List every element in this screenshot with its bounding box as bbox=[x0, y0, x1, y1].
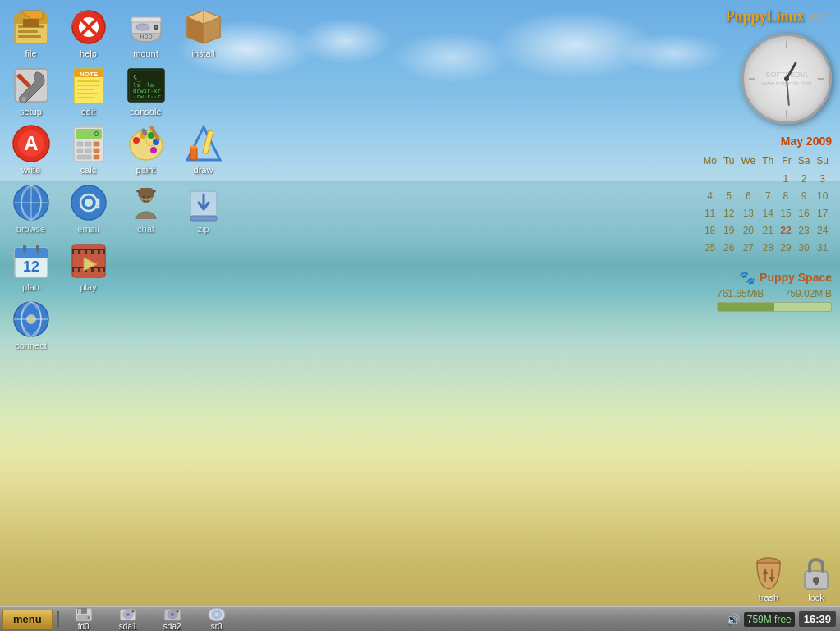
icon-zip-label: zip bbox=[197, 224, 209, 235]
svg-rect-87 bbox=[23, 245, 26, 253]
puppy-space-sizes: 761.65MiB 759.02MiB bbox=[717, 288, 832, 299]
svg-point-80 bbox=[142, 195, 145, 198]
icon-plan[interactable]: 12 plan bbox=[4, 238, 57, 296]
menu-button[interactable]: menu bbox=[2, 610, 53, 629]
icon-help[interactable]: help bbox=[62, 4, 115, 62]
icon-write[interactable]: A write bbox=[4, 121, 57, 179]
svg-rect-79 bbox=[140, 188, 153, 194]
icon-trash[interactable]: trash bbox=[749, 553, 788, 602]
calendar-cell: 26 bbox=[720, 240, 738, 257]
svg-text:NOTE: NOTE bbox=[79, 71, 98, 78]
drive-fd0-label: fd0 bbox=[78, 622, 90, 631]
svg-rect-30 bbox=[77, 89, 94, 90]
svg-rect-94 bbox=[80, 250, 85, 254]
drive-sda1-label: sda1 bbox=[119, 622, 137, 631]
icon-setup[interactable]: setup bbox=[4, 62, 57, 121]
svg-rect-48 bbox=[77, 149, 83, 153]
icon-browse[interactable]: browse bbox=[4, 180, 57, 238]
calendar-cell: 11 bbox=[700, 205, 720, 222]
calendar-cell: 30 bbox=[795, 240, 814, 257]
svg-rect-122 bbox=[78, 609, 81, 614]
icon-draw[interactable]: draw bbox=[177, 121, 230, 179]
icon-mount[interactable]: HDD mount bbox=[119, 4, 172, 62]
icon-console[interactable]: $_ ls -la drwxr-xr -rw-r--r console bbox=[119, 62, 172, 121]
sound-icon[interactable]: 🔊 bbox=[726, 613, 740, 626]
icon-edit-label: edit bbox=[81, 107, 96, 117]
icon-install[interactable]: install bbox=[177, 4, 230, 62]
icon-play[interactable]: play bbox=[62, 238, 115, 296]
icon-calc[interactable]: 0 calc bbox=[62, 121, 115, 179]
svg-rect-49 bbox=[85, 149, 91, 153]
puppy-space-title: 🐾 Puppy Space bbox=[717, 270, 832, 286]
clock: SOFTPEDIAwww.softpedia.com bbox=[741, 34, 832, 124]
icon-file-label: file bbox=[25, 48, 36, 59]
right-panel: PuppyLinux 4.2.1 bbox=[700, 8, 832, 312]
taskbar-drive-sda2[interactable]: sda2 bbox=[152, 607, 193, 631]
svg-rect-88 bbox=[36, 245, 39, 253]
icon-email[interactable]: email bbox=[62, 180, 115, 238]
svg-rect-29 bbox=[77, 85, 100, 86]
svg-rect-98 bbox=[74, 268, 78, 272]
taskbar: menu fd0 bbox=[0, 606, 840, 631]
puppy-space: 🐾 Puppy Space 761.65MiB 759.02MiB bbox=[717, 270, 832, 312]
svg-text:A: A bbox=[24, 132, 38, 154]
icon-setup-label: setup bbox=[20, 107, 42, 117]
calendar-cell: 18 bbox=[700, 222, 720, 240]
icon-zip[interactable]: zip bbox=[177, 180, 230, 238]
taskbar-drive-sr0[interactable]: sr0 bbox=[196, 607, 237, 631]
svg-rect-83 bbox=[190, 216, 217, 221]
calendar-cell bbox=[737, 171, 759, 188]
icon-paint[interactable]: paint bbox=[119, 121, 172, 179]
icon-write-label: write bbox=[21, 165, 40, 176]
calendar-cell: 3 bbox=[813, 171, 832, 188]
svg-point-131 bbox=[171, 613, 174, 616]
floppy-icon bbox=[75, 607, 93, 622]
svg-rect-51 bbox=[77, 155, 91, 159]
space-bar-fill bbox=[718, 303, 774, 311]
icon-lock[interactable]: lock bbox=[796, 553, 836, 602]
taskbar-drive-fd0[interactable]: fd0 bbox=[63, 607, 104, 631]
calendar-cell: 14 bbox=[759, 205, 777, 222]
calendar-cell: 19 bbox=[720, 222, 738, 240]
calendar-cell: 10 bbox=[813, 188, 832, 205]
calendar-title: May 2009 bbox=[700, 132, 832, 150]
taskbar-right: 🔊 759M free 16:39 bbox=[726, 611, 840, 627]
calendar-cell: 16 bbox=[795, 205, 814, 222]
icon-install-label: install bbox=[191, 48, 214, 59]
calendar-cell: 23 bbox=[795, 222, 814, 240]
svg-point-14 bbox=[136, 24, 149, 30]
svg-rect-101 bbox=[94, 268, 98, 272]
desktop: file help bbox=[0, 0, 840, 631]
drive-sr0-label: sr0 bbox=[211, 622, 223, 631]
calendar-cell bbox=[759, 171, 777, 188]
svg-rect-11 bbox=[131, 17, 161, 22]
calendar-cell: 20 bbox=[737, 222, 759, 240]
svg-rect-47 bbox=[94, 142, 99, 146]
calendar-cell: 2 bbox=[795, 171, 814, 188]
svg-point-23 bbox=[21, 97, 26, 102]
hdd-icon-sda2 bbox=[163, 607, 181, 622]
svg-rect-102 bbox=[100, 268, 103, 272]
icon-connect[interactable]: ⚡ connect bbox=[4, 296, 57, 354]
svg-point-65 bbox=[190, 145, 197, 149]
icon-draw-label: draw bbox=[194, 165, 213, 176]
calendar-cell bbox=[720, 171, 738, 188]
calendar-cell: 21 bbox=[759, 222, 777, 240]
icon-lock-label: lock bbox=[808, 592, 824, 602]
calendar-cell: 28 bbox=[759, 240, 777, 257]
calendar-cell: 29 bbox=[777, 240, 794, 257]
icon-edit[interactable]: NOTE edit bbox=[62, 62, 115, 121]
drive-sda2-label: sda2 bbox=[163, 622, 181, 631]
icon-file[interactable]: file bbox=[4, 4, 57, 62]
desktop-bottom-icons: trash lock bbox=[749, 553, 836, 602]
svg-text:$_: $_ bbox=[133, 75, 141, 82]
taskbar-drive-sda1[interactable]: sda1 bbox=[108, 607, 149, 631]
brand-name: PuppyLinux 4.2.1 bbox=[726, 8, 832, 25]
svg-point-55 bbox=[133, 137, 140, 144]
calendar-cell: 6 bbox=[737, 188, 759, 205]
svg-text:-rw-r--r: -rw-r--r bbox=[133, 94, 161, 100]
calendar-cell: 13 bbox=[737, 205, 759, 222]
svg-line-113 bbox=[787, 63, 796, 79]
icon-chat[interactable]: chat bbox=[119, 180, 172, 238]
calendar-cell: 17 bbox=[813, 205, 832, 222]
